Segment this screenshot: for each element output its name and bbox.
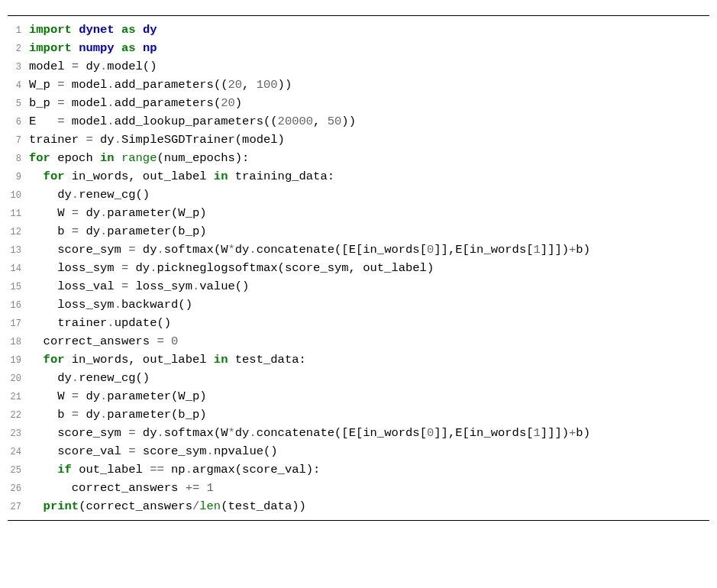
code-content: b = dy.parameter(b_p) (29, 222, 709, 241)
code-line: 18 correct_answers = 0 (8, 332, 709, 351)
code-line: 22 b = dy.parameter(b_p) (8, 405, 709, 424)
code-content: W_p = model.add_parameters((20, 100)) (29, 76, 709, 94)
code-line: 15 loss_val = loss_sym.value() (8, 277, 709, 296)
code-content: score_sym = dy.softmax(W*dy.concatenate(… (29, 241, 709, 259)
line-number: 21 (8, 390, 29, 405)
line-number: 20 (8, 372, 29, 386)
line-number: 10 (8, 189, 29, 203)
code-content: dy.renew_cg() (29, 186, 709, 204)
code-line: 16 loss_sym.backward() (8, 296, 709, 314)
line-number: 11 (8, 207, 29, 221)
code-line: 9 for in_words, out_label in training_da… (8, 167, 709, 186)
code-line: 11 W = dy.parameter(W_p) (8, 204, 709, 222)
line-number: 5 (8, 97, 29, 111)
code-content: b = dy.parameter(b_p) (29, 405, 709, 424)
line-number: 6 (8, 115, 29, 130)
code-content: if out_label == np.argmax(score_val): (29, 460, 709, 479)
line-number: 9 (8, 170, 29, 185)
code-line: 27 print(correct_answers/len(test_data)) (8, 497, 709, 515)
code-line: 19 for in_words, out_label in test_data: (8, 351, 709, 369)
code-content: trainer.update() (29, 314, 709, 332)
line-number: 22 (8, 409, 29, 423)
line-number: 26 (8, 482, 29, 496)
line-number: 24 (8, 445, 29, 460)
line-number: 25 (8, 464, 29, 478)
code-line: 2import numpy as np (8, 39, 709, 57)
code-line: 7trainer = dy.SimpleSGDTrainer(model) (8, 131, 709, 149)
code-line: 4W_p = model.add_parameters((20, 100)) (8, 76, 709, 94)
code-line: 24 score_val = score_sym.npvalue() (8, 442, 709, 460)
code-content: E = model.add_lookup_parameters((20000, … (29, 112, 709, 131)
code-content: b_p = model.add_parameters(20) (29, 94, 709, 112)
code-line: 14 loss_sym = dy.pickneglogsoftmax(score… (8, 259, 709, 277)
code-content: W = dy.parameter(W_p) (29, 204, 709, 222)
code-content: for in_words, out_label in test_data: (29, 351, 709, 369)
code-content: loss_val = loss_sym.value() (29, 277, 709, 296)
line-number: 2 (8, 42, 29, 57)
code-content: import numpy as np (29, 39, 709, 57)
line-number: 3 (8, 60, 29, 75)
code-content: score_sym = dy.softmax(W*dy.concatenate(… (29, 424, 709, 442)
code-line: 10 dy.renew_cg() (8, 186, 709, 204)
code-content: print(correct_answers/len(test_data)) (29, 497, 709, 515)
line-number: 8 (8, 152, 29, 166)
code-content: trainer = dy.SimpleSGDTrainer(model) (29, 131, 709, 149)
code-line: 17 trainer.update() (8, 314, 709, 332)
line-number: 14 (8, 262, 29, 276)
line-number: 19 (8, 354, 29, 368)
line-number: 27 (8, 500, 29, 515)
code-content: import dynet as dy (29, 21, 709, 39)
code-line: 6E = model.add_lookup_parameters((20000,… (8, 112, 709, 131)
code-line: 12 b = dy.parameter(b_p) (8, 222, 709, 241)
line-number: 12 (8, 225, 29, 240)
code-line: 26 correct_answers += 1 (8, 479, 709, 497)
code-content: loss_sym = dy.pickneglogsoftmax(score_sy… (29, 259, 709, 277)
code-content: dy.renew_cg() (29, 369, 709, 387)
code-content: score_val = score_sym.npvalue() (29, 442, 709, 460)
code-content: W = dy.parameter(W_p) (29, 387, 709, 405)
code-line: 1import dynet as dy (8, 21, 709, 39)
line-number: 1 (8, 24, 29, 38)
line-number: 15 (8, 280, 29, 295)
code-line: 25 if out_label == np.argmax(score_val): (8, 460, 709, 479)
code-content: for in_words, out_label in training_data… (29, 167, 709, 186)
line-number: 7 (8, 134, 29, 148)
code-line: 21 W = dy.parameter(W_p) (8, 387, 709, 405)
code-line: 3model = dy.model() (8, 57, 709, 76)
code-listing: 1import dynet as dy2import numpy as np3m… (8, 15, 709, 521)
line-number: 4 (8, 79, 29, 93)
code-content: loss_sym.backward() (29, 296, 709, 314)
code-line: 8for epoch in range(num_epochs): (8, 149, 709, 167)
code-line: 20 dy.renew_cg() (8, 369, 709, 387)
code-content: correct_answers += 1 (29, 479, 709, 497)
code-line: 23 score_sym = dy.softmax(W*dy.concatena… (8, 424, 709, 442)
line-number: 18 (8, 335, 29, 350)
line-number: 23 (8, 427, 29, 441)
line-number: 16 (8, 299, 29, 313)
code-line: 5b_p = model.add_parameters(20) (8, 94, 709, 112)
code-content: model = dy.model() (29, 57, 709, 76)
code-content: for epoch in range(num_epochs): (29, 149, 709, 167)
code-content: correct_answers = 0 (29, 332, 709, 351)
line-number: 13 (8, 244, 29, 258)
line-number: 17 (8, 317, 29, 331)
code-line: 13 score_sym = dy.softmax(W*dy.concatena… (8, 241, 709, 259)
